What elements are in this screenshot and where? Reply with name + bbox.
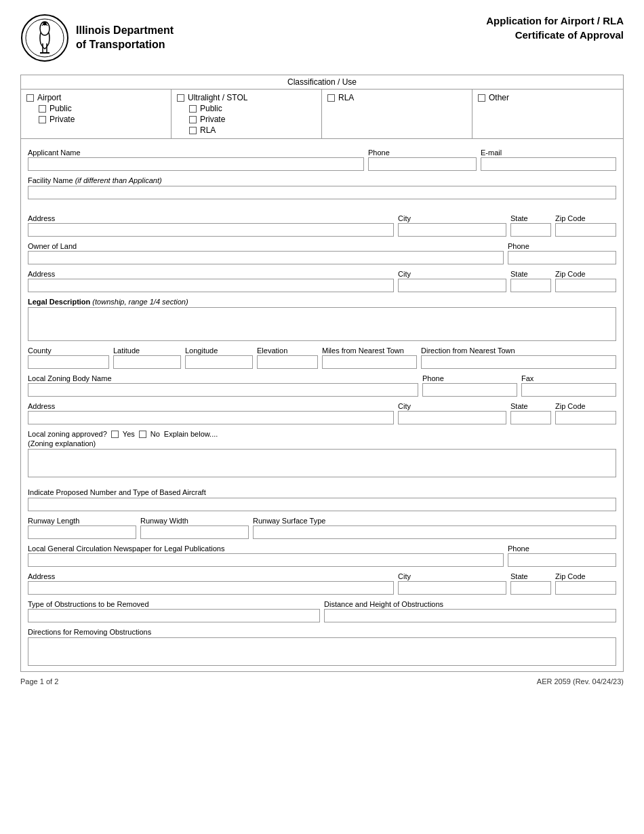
elevation-input[interactable] xyxy=(257,355,318,369)
city-label: City xyxy=(398,214,506,222)
col-airport: Airport Public Private xyxy=(21,90,172,138)
zip2-label: Zip Code xyxy=(555,270,616,278)
email-input[interactable] xyxy=(481,157,616,171)
zoning-body-input[interactable] xyxy=(28,383,418,397)
legal-input[interactable] xyxy=(28,307,616,341)
longitude-label: Longitude xyxy=(185,346,253,355)
yes-label: Yes xyxy=(123,430,135,438)
applicant-section: Applicant Name Phone E-mail xyxy=(21,148,623,666)
direction-input[interactable] xyxy=(421,355,616,369)
directions-input[interactable] xyxy=(28,637,616,666)
newspaper-phone-input[interactable] xyxy=(508,553,616,567)
type-obstructions-input[interactable] xyxy=(28,609,320,622)
ultralight-checkbox[interactable] xyxy=(177,94,184,102)
zoning-approved-inline: Local zoning approved? Yes No Explain be… xyxy=(28,430,616,438)
fax-input[interactable] xyxy=(521,383,616,397)
email-group: E-mail xyxy=(481,148,616,171)
ultralight-public-checkbox[interactable] xyxy=(189,105,197,113)
elevation-label: Elevation xyxy=(257,346,318,355)
runway-width-label: Runway Width xyxy=(140,517,249,525)
ultralight-private-checkbox[interactable] xyxy=(189,116,197,123)
newspaper-group: Local General Circulation Newspaper for … xyxy=(28,544,504,567)
miles-input[interactable] xyxy=(322,355,417,369)
phone-group: Phone xyxy=(368,148,477,171)
org-name: Illinois Department of Transportation xyxy=(76,24,174,52)
zoning-body-label: Local Zoning Body Name xyxy=(28,374,418,382)
newspaper-phone-label: Phone xyxy=(508,544,616,553)
state4-label: State xyxy=(510,572,551,580)
state-input[interactable] xyxy=(510,223,551,237)
city4-label: City xyxy=(398,572,506,580)
airport-private-checkbox[interactable] xyxy=(39,116,46,123)
other-checkbox[interactable] xyxy=(478,94,485,102)
zip-group: Zip Code xyxy=(555,214,616,237)
address3-row: Address City State Zip Code xyxy=(28,402,616,424)
owner-row: Owner of Land Phone xyxy=(28,242,616,264)
state2-label: State xyxy=(510,270,551,278)
airport-checkbox[interactable] xyxy=(26,94,34,102)
zip2-group: Zip Code xyxy=(555,270,616,292)
zip2-input[interactable] xyxy=(555,279,616,292)
zip4-label: Zip Code xyxy=(555,572,616,580)
runway-surface-input[interactable] xyxy=(253,525,616,539)
city-input[interactable] xyxy=(398,223,506,237)
newspaper-input[interactable] xyxy=(28,553,504,567)
latitude-input[interactable] xyxy=(113,355,181,369)
runway-length-input[interactable] xyxy=(28,525,136,539)
fax-label: Fax xyxy=(521,374,616,382)
distance-height-input[interactable] xyxy=(324,609,616,622)
aircraft-section: Indicate Proposed Number and Type of Bas… xyxy=(28,488,616,511)
city4-input[interactable] xyxy=(398,581,506,595)
county-input[interactable] xyxy=(28,355,109,369)
address4-row: Address City State Zip Code xyxy=(28,572,616,595)
svg-point-3 xyxy=(43,22,47,26)
zoning-phone-input[interactable] xyxy=(422,383,517,397)
aircraft-input[interactable] xyxy=(28,498,616,511)
yes-checkbox[interactable] xyxy=(111,431,119,438)
zip3-input[interactable] xyxy=(555,411,616,424)
county-group: County xyxy=(28,346,109,369)
phone-input[interactable] xyxy=(368,157,477,171)
no-checkbox[interactable] xyxy=(139,431,146,438)
aircraft-label: Indicate Proposed Number and Type of Bas… xyxy=(28,488,616,496)
city3-input[interactable] xyxy=(398,411,506,424)
col-ultralight: Ultralight / STOL Public Private RLA xyxy=(172,90,322,138)
address-input[interactable] xyxy=(28,223,394,237)
airport-public-checkbox[interactable] xyxy=(39,105,46,113)
address4-input[interactable] xyxy=(28,581,394,595)
facility-input[interactable] xyxy=(28,186,616,199)
longitude-input[interactable] xyxy=(185,355,253,369)
form-number: AER 2059 (Rev. 04/24/23) xyxy=(537,677,624,686)
owner-phone-label: Phone xyxy=(508,242,616,250)
zip-label: Zip Code xyxy=(555,214,616,222)
applicant-name-input[interactable] xyxy=(28,157,364,171)
owner-group: Owner of Land xyxy=(28,242,504,264)
address3-input[interactable] xyxy=(28,411,394,424)
zip3-label: Zip Code xyxy=(555,402,616,410)
latitude-group: Latitude xyxy=(113,346,181,369)
address3-label: Address xyxy=(28,402,394,410)
city2-input[interactable] xyxy=(398,279,506,292)
owner-phone-input[interactable] xyxy=(508,251,616,264)
rla-checkbox[interactable] xyxy=(327,94,335,102)
address4-group: Address xyxy=(28,572,394,595)
state4-input[interactable] xyxy=(510,581,551,595)
city-group: City xyxy=(398,214,506,237)
phone-label: Phone xyxy=(368,148,477,157)
elevation-group: Elevation xyxy=(257,346,318,369)
zip4-input[interactable] xyxy=(555,581,616,595)
header: Illinois Department of Transportation Ap… xyxy=(20,14,624,62)
address2-input[interactable] xyxy=(28,279,394,292)
runway-width-input[interactable] xyxy=(140,525,249,539)
runway-row: Runway Length Runway Width Runway Surfac… xyxy=(28,517,616,539)
ultralight-rla-checkbox[interactable] xyxy=(189,127,197,134)
state2-input[interactable] xyxy=(510,279,551,292)
state4-group: State xyxy=(510,572,551,595)
zoning-explanation-input[interactable] xyxy=(28,449,616,477)
owner-input[interactable] xyxy=(28,251,504,264)
page-number: Page 1 of 2 xyxy=(20,677,58,686)
facility-label: Facility Name (if different than Applica… xyxy=(28,176,616,184)
explain-label: Explain below.... xyxy=(164,430,218,438)
state3-input[interactable] xyxy=(510,411,551,424)
zip-input[interactable] xyxy=(555,223,616,237)
